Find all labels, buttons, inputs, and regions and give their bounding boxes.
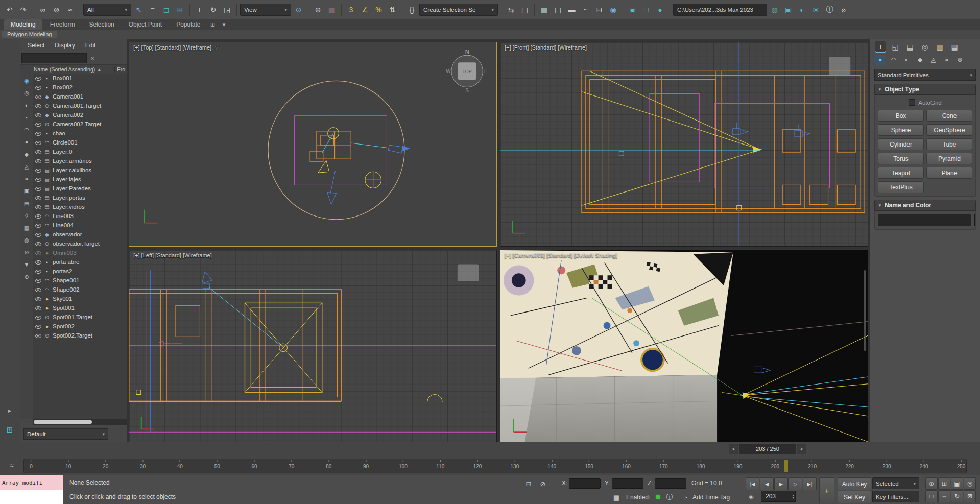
sphere-button[interactable]: Sphere [878, 124, 924, 136]
schematic-view-icon[interactable]: ⊟ [593, 3, 606, 16]
select-object-icon[interactable]: ↖ [132, 3, 145, 16]
display-containers-icon[interactable]: ▦ [21, 222, 32, 234]
configure-columns-icon[interactable]: ⊕ [21, 271, 32, 283]
display-shapes-icon[interactable]: ◠ [21, 124, 32, 136]
torus-button[interactable]: Torus [878, 153, 924, 164]
go-to-end-icon[interactable]: ▶| [803, 477, 817, 490]
list-item[interactable]: Spot001 [33, 303, 127, 313]
viewport-label-text[interactable]: [+] [Front] [Standard] [Wireframe] [505, 44, 587, 51]
visibility-eye-icon[interactable] [35, 158, 41, 164]
lock-cell-editing-icon[interactable]: ⊘ [21, 246, 32, 258]
zoom-icon[interactable]: ⊕ [925, 477, 938, 490]
visibility-eye-icon[interactable] [35, 75, 41, 82]
list-item[interactable]: Box002 [33, 83, 127, 92]
selection-filter-dropdown[interactable]: All▾ [83, 4, 131, 16]
spacewarps-category-icon[interactable]: ≈ [942, 55, 951, 65]
viewcube[interactable] [829, 57, 851, 75]
set-keys-button[interactable]: + [819, 477, 834, 503]
list-item[interactable]: Shape002 [33, 285, 127, 294]
info-icon[interactable]: ⓘ [664, 492, 675, 503]
systems-category-icon[interactable]: ⊛ [955, 55, 965, 65]
toggle-ribbon-icon[interactable]: ▬ [565, 3, 578, 16]
display-tab-icon[interactable]: ▥ [935, 41, 945, 53]
select-by-name-icon[interactable]: ≡ [146, 3, 159, 16]
isolate-selection-icon[interactable]: ⊟ [523, 478, 534, 489]
lights-category-icon[interactable]: ◐ [902, 55, 912, 65]
visibility-eye-icon[interactable] [35, 195, 41, 201]
list-item[interactable]: Circle001 [33, 138, 127, 147]
selected-range-dropdown[interactable]: Selected ▾ [872, 477, 919, 489]
y-coordinate-field[interactable] [612, 478, 643, 489]
viewport-left[interactable]: [+] [Left] [Standard] [Wireframe] [129, 250, 497, 442]
maximize-viewport-toggle-icon[interactable]: ⊠ [964, 490, 976, 502]
explorer-preset-dropdown[interactable]: Default ▾ [23, 428, 108, 440]
compass-north[interactable]: N [465, 49, 469, 55]
keyboard-shortcut-override-icon[interactable]: ▦ [325, 3, 338, 16]
previous-frame-button[interactable]: < [729, 444, 738, 454]
name-color-rollout-header[interactable]: ▼ Name and Color [874, 200, 976, 211]
viewport-top[interactable]: TOP N W S E [+] [Top] [Standard] [Wirefr… [129, 42, 497, 247]
project-folder-field[interactable]: C:\Users\202...3ds Max 2023 [673, 4, 767, 16]
visibility-eye-icon[interactable] [35, 167, 41, 174]
visibility-eye-icon[interactable] [35, 213, 41, 220]
pan-view-icon[interactable]: ⇔ [938, 490, 950, 502]
display-helpers-icon[interactable]: ◬ [21, 160, 32, 173]
cameras-category-icon[interactable]: ◆ [915, 55, 925, 65]
ribbon-minimize-icon[interactable]: ▾ [219, 21, 230, 30]
viewport-filter-icon[interactable]: ▽ [214, 45, 218, 50]
set-key-button[interactable]: Set Key [838, 491, 871, 503]
object-type-rollout-header[interactable]: ▼ Object Type [874, 84, 976, 95]
scrollbar-thumb[interactable] [34, 420, 92, 424]
viewport-front[interactable]: [+] [Front] [Standard] [Wireframe] [500, 42, 868, 247]
visibility-eye-icon[interactable] [35, 296, 41, 302]
list-item[interactable]: Layer:armários [33, 156, 127, 165]
tube-button[interactable]: Tube [926, 138, 972, 150]
enabled-indicator[interactable] [656, 495, 660, 499]
list-item[interactable]: chao [33, 129, 127, 138]
display-cameras-icon[interactable]: ◆ [21, 148, 32, 160]
listener-line[interactable] [0, 490, 63, 504]
explorer-horizontal-scrollbar[interactable] [33, 419, 127, 425]
play-animation-icon[interactable]: ▶ [774, 477, 788, 490]
viewport-left-label[interactable]: [+] [Left] [Standard] [Wireframe] [133, 252, 212, 258]
rendered-frame-window-icon[interactable]: □ [640, 3, 653, 16]
visibility-eye-icon[interactable] [35, 103, 41, 109]
object-name-input[interactable] [878, 214, 971, 226]
autogrid-checkbox[interactable] [909, 99, 915, 106]
bind-to-space-warp-icon[interactable]: ≈ [64, 3, 77, 16]
visibility-eye-icon[interactable] [35, 286, 41, 293]
tab-populate[interactable]: Populate [170, 19, 207, 30]
list-item[interactable]: Layer:caixilhos [33, 165, 127, 175]
zoom-region-icon[interactable]: □ [925, 490, 938, 502]
list-item[interactable]: Layer:vidros [33, 202, 127, 211]
select-and-move-icon[interactable]: + [193, 3, 206, 16]
primitives-category-dropdown[interactable]: Standard Primitives ▾ [874, 69, 976, 81]
viewport-label-text[interactable]: [+] [Camera001] [Standard] [Default Shad… [505, 252, 617, 258]
display-spacewarps-icon[interactable]: ≈ [21, 173, 32, 185]
clear-search-icon[interactable]: ✕ [88, 54, 97, 62]
info-center-icon[interactable]: ⓘ [823, 3, 836, 16]
redo-icon[interactable]: ↷ [17, 3, 30, 16]
next-frame-button[interactable]: > [797, 444, 806, 454]
visibility-eye-icon[interactable] [35, 268, 41, 275]
modify-tab-icon[interactable]: ◱ [890, 41, 900, 53]
create-tab-icon[interactable]: + [875, 41, 886, 53]
visibility-eye-icon[interactable] [35, 112, 41, 118]
plane-button[interactable]: Plane [926, 167, 972, 179]
render-setup-icon[interactable]: ▣ [626, 3, 639, 16]
search-help-icon[interactable]: ⌀ [837, 3, 850, 16]
select-and-rotate-icon[interactable]: ↻ [207, 3, 220, 16]
list-item[interactable]: Box001 [33, 74, 127, 83]
macro-recorder-line[interactable]: Array modifi [0, 475, 63, 490]
select-and-link-icon[interactable]: ∞ [36, 3, 49, 16]
curve-editor-icon[interactable]: ~ [579, 3, 592, 16]
render-flyout-icon[interactable]: ◐ [796, 3, 808, 16]
pyramid-button[interactable]: Pyramid [926, 153, 972, 164]
viewport-front-label[interactable]: [+] [Front] [Standard] [Wireframe] [505, 44, 587, 51]
key-mode-toggle-icon[interactable]: ◈ [746, 491, 757, 502]
visibility-eye-icon[interactable] [35, 259, 41, 266]
render-gallery-icon[interactable]: ▣ [782, 3, 795, 16]
visibility-eye-icon[interactable] [35, 231, 41, 238]
visibility-eye-icon[interactable] [35, 204, 41, 210]
tab-modeling[interactable]: Modeling [4, 19, 42, 30]
